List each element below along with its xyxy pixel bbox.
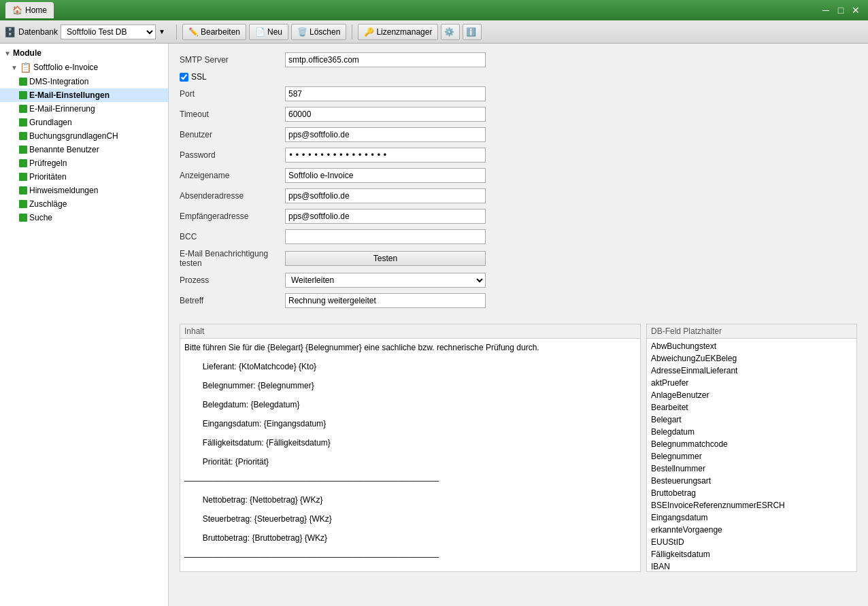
db-list-item[interactable]: AdresseEinmalLieferant [647,365,856,377]
db-dropdown-icon[interactable]: ▼ [158,28,165,35]
buchungsgrundlagen-dot [19,132,27,140]
neu-button[interactable]: 📄 Neu [249,24,288,40]
minimize-button[interactable]: ─ [819,3,833,17]
sidebar-item-dms[interactable]: DMS-Integration [0,75,168,88]
hinweismeldungen-label: Hinweismeldungen [29,186,98,195]
db-list-item[interactable]: aktPruefer [647,377,856,389]
db-list-item[interactable]: Belegnummatchcode [647,438,856,450]
smtp-row: SMTP Server [180,52,857,68]
betreff-input[interactable] [285,293,486,308]
email-settings-label: E-Mail-Einstellungen [29,90,110,100]
absenderadresse-label: Absenderadresse [180,191,285,201]
email-settings-dot [19,91,27,99]
email-test-label: E-Mail Benachrichtigung testen [180,249,285,268]
prozess-row: Prozess Weiterleiten Genehmigen Ablehnen [180,272,857,288]
sidebar-item-email-settings[interactable]: E-Mail-Einstellungen [0,88,168,102]
db-list-item[interactable]: Besteuerungsart [647,475,856,487]
inhalt-textarea[interactable]: Bitte führen Sie für die {Belegart} {Bel… [180,339,640,563]
db-list-item[interactable]: Belegdatum [647,426,856,438]
db-list-item[interactable]: Bearbeitet [647,401,856,414]
sidebar-item-prioritaeten[interactable]: Prioritäten [0,170,168,184]
lizenzmanager-label: Lizenzmanager [376,27,432,37]
db-list-item[interactable]: IBAN [647,560,856,571]
anzeigename-input[interactable] [285,168,486,183]
bcc-row: BCC [180,229,857,245]
sidebar-item-hinweismeldungen[interactable]: Hinweismeldungen [0,184,168,197]
sidebar-group-label: Softfolio e-Invoice [33,63,98,72]
sidebar-item-buchungsgrundlagen[interactable]: BuchungsgrundlagenCH [0,129,168,143]
absenderadresse-input[interactable] [285,188,486,203]
password-row: Password [180,147,857,163]
bearbeiten-icon: ✏️ [188,27,199,37]
sidebar-item-grundlagen[interactable]: Grundlagen [0,116,168,129]
db-list-item[interactable]: AbwBuchungstext [647,340,856,352]
sidebar-root-modules[interactable]: ▼ Module [0,46,168,60]
db-list-item[interactable]: Bruttobetrag [647,487,856,499]
timeout-input[interactable] [285,107,486,122]
email-test-row: E-Mail Benachrichtigung testen Testen [180,249,857,268]
bearbeiten-button[interactable]: ✏️ Bearbeiten [182,24,246,40]
settings-icon: ⚙️ [444,27,454,37]
ssl-checkbox[interactable] [180,73,188,82]
icon-btn-2[interactable]: ℹ️ [463,24,482,40]
sidebar-item-suche[interactable]: Suche [0,211,168,224]
benutzer-label: Benutzer [180,130,285,139]
empfaengeradresse-label: Empfängeradresse [180,212,285,221]
bearbeiten-label: Bearbeiten [201,27,240,37]
close-button[interactable]: ✕ [849,3,863,17]
home-icon: 🏠 [12,5,22,15]
smtp-input[interactable] [285,52,486,67]
testen-button[interactable]: Testen [285,251,486,266]
prioritaeten-label: Prioritäten [29,172,67,182]
content-area: SMTP Server SSL Port Timeout Benutzer Pa… [169,44,868,606]
port-row: Port [180,86,857,102]
bottom-section: Inhalt Bitte führen Sie für die {Belegar… [180,324,857,572]
sidebar-item-zuschlaege[interactable]: Zuschläge [0,197,168,211]
dms-dot [19,78,27,86]
empfaengeradresse-input[interactable] [285,209,486,224]
sidebar-group-einvoice[interactable]: ▼ 📋 Softfolio e-Invoice [0,60,168,75]
pruefregeln-dot [19,159,27,167]
db-list-item[interactable]: Bestellnummer [647,462,856,475]
suche-dot [19,214,27,222]
loeschen-label: Löschen [310,27,340,37]
hinweismeldungen-dot [19,186,27,195]
db-list-item[interactable]: Eingangsdatum [647,511,856,524]
prioritaeten-dot [19,173,27,181]
neu-icon: 📄 [255,27,265,37]
benutzer-input[interactable] [285,127,486,142]
home-tab-label: Home [25,5,47,15]
sidebar-item-email-reminder[interactable]: E-Mail-Erinnerung [0,102,168,116]
bcc-label: BCC [180,232,285,241]
db-list-item[interactable]: AnlageBenutzer [647,389,856,401]
sidebar: ▼ Module ▼ 📋 Softfolio e-Invoice DMS-Int… [0,44,169,606]
db-field-list: AbwBuchungstextAbweichungZuEKBelegAdress… [647,339,856,571]
benutzer-label: Benannte Benutzer [29,145,99,154]
db-list-item[interactable]: erkannteVorgaenge [647,524,856,536]
db-list-item[interactable]: EUUStID [647,536,856,548]
db-list-item[interactable]: AbweichungZuEKBeleg [647,352,856,365]
absenderadresse-row: Absenderadresse [180,188,857,204]
sidebar-item-benutzer[interactable]: Benannte Benutzer [0,143,168,156]
sidebar-root-label: Module [13,48,41,58]
db-list-item[interactable]: Belegnummer [647,450,856,462]
lizenzmanager-button[interactable]: 🔑 Lizenzmanager [358,24,438,40]
db-list-item[interactable]: Belegart [647,414,856,426]
password-input[interactable] [285,148,486,163]
port-input[interactable] [285,86,486,101]
lizenzmanager-icon: 🔑 [364,27,374,37]
sidebar-item-pruefregeln[interactable]: Prüfregeln [0,156,168,170]
db-list-item[interactable]: Fälligkeitsdatum [647,548,856,560]
db-list-item[interactable]: BSEInvoiceReferenznummerESRCH [647,499,856,511]
toolbar: 🗄️ Datenbank Softfolio Test DB ▼ ✏️ Bear… [0,20,868,44]
bcc-input[interactable] [285,229,486,244]
maximize-button[interactable]: □ [834,3,848,17]
pruefregeln-label: Prüfregeln [29,158,67,168]
loeschen-button[interactable]: 🗑️ Löschen [291,24,346,40]
toolbar-separator-1 [176,24,177,39]
prozess-select[interactable]: Weiterleiten Genehmigen Ablehnen [285,273,486,288]
grundlagen-label: Grundlagen [29,118,72,127]
icon-btn-1[interactable]: ⚙️ [441,24,460,40]
db-select[interactable]: Softfolio Test DB [61,24,156,39]
home-tab[interactable]: 🏠 Home [5,2,54,18]
